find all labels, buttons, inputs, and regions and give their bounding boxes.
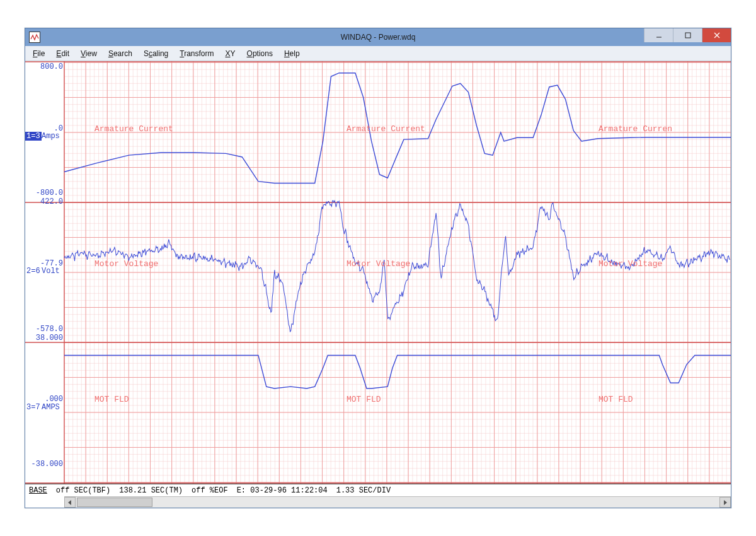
channel-tag-3[interactable]: 3=7	[25, 403, 42, 412]
channel-tag-2[interactable]: 2=6	[25, 267, 42, 276]
waveform-area[interactable]: 800.0 1=3 .0 Amps -800.0 Armature Curren…	[25, 61, 731, 484]
ch1-annot-c: Armature Curren	[598, 124, 672, 134]
ch3-unit: AMPS	[42, 403, 60, 412]
menubar: File Edit View Search Scaling Transform …	[25, 46, 731, 61]
menu-transform[interactable]: Transform	[175, 48, 219, 59]
ch1-unit: Amps	[42, 132, 60, 141]
status-eof: off %EOF	[192, 486, 228, 495]
menu-file[interactable]: File	[28, 48, 50, 59]
menu-xy[interactable]: XY	[220, 48, 241, 59]
ch1-annot-b: Armature Current	[346, 124, 425, 134]
svg-marker-276	[68, 500, 71, 505]
ch2-scale-bot: -578.0	[36, 325, 63, 334]
ch3-scale-mid: .000	[45, 395, 63, 404]
ch2-annot-b: Motor Voltage	[346, 259, 410, 269]
ch2-annot-a: Motor Voltage	[94, 259, 158, 269]
menu-edit[interactable]: Edit	[51, 48, 74, 59]
status-base[interactable]: BASE	[29, 486, 47, 495]
window-buttons	[644, 28, 731, 42]
maximize-button[interactable]	[673, 28, 702, 42]
ch3-annot-a: MOT FLD	[94, 395, 129, 404]
ch1-scale-top: 800.0	[40, 62, 63, 71]
status-tbf: off SEC(TBF)	[56, 486, 110, 495]
close-button[interactable]	[702, 28, 731, 42]
menu-search[interactable]: Search	[103, 48, 137, 59]
status-date: E: 03-29-96 11:22:04	[237, 486, 328, 495]
app-window: WINDAQ - Power.wdq File Edit View Search…	[25, 28, 731, 508]
scroll-right-button[interactable]	[719, 497, 731, 508]
statusbar: BASE off SEC(TBF) 138.21 SEC(TM) off %EO…	[25, 484, 731, 496]
menu-help[interactable]: Help	[279, 48, 305, 59]
ch2-scale-top: 422.0	[40, 197, 63, 206]
ch1-scale-bot: -800.0	[36, 189, 63, 197]
ch3-scale-top: 38.000	[36, 334, 63, 342]
minimize-button[interactable]	[644, 28, 673, 42]
svg-rect-1	[685, 33, 690, 38]
menu-options[interactable]: Options	[242, 48, 278, 59]
ch3-annot-b: MOT FLD	[346, 395, 381, 404]
window-title: WINDAQ - Power.wdq	[341, 33, 416, 42]
channel-tag-1[interactable]: 1=3	[25, 132, 42, 141]
ch2-unit: Volt	[42, 267, 60, 276]
titlebar[interactable]: WINDAQ - Power.wdq	[25, 28, 731, 46]
scroll-left-button[interactable]	[64, 497, 76, 508]
svg-marker-277	[724, 500, 727, 505]
app-icon	[29, 32, 40, 43]
horizontal-scrollbar[interactable]	[64, 496, 731, 508]
scroll-thumb[interactable]	[77, 498, 152, 507]
ch1-annot-a: Armature Current	[94, 124, 173, 134]
ch3-scale-bot: -38.000	[32, 460, 63, 469]
ch2-annot-c: Motor Voltage	[598, 259, 662, 269]
status-div: 1.33 SEC/DIV	[336, 486, 391, 495]
status-tm: 138.21 SEC(TM)	[119, 486, 183, 495]
menu-scaling[interactable]: Scaling	[139, 48, 173, 59]
menu-view[interactable]: View	[76, 48, 102, 59]
ch3-annot-c: MOT FLD	[598, 395, 633, 404]
